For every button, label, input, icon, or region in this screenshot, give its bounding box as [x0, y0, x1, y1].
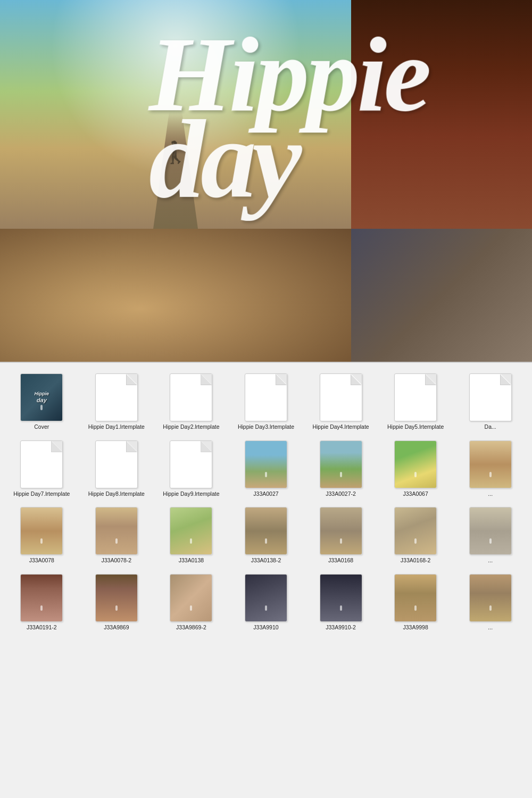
file-icon-img [245, 507, 287, 555]
thumb-inner [320, 575, 362, 621]
file-icon-img [95, 507, 138, 555]
file-label: J33A0078 [29, 557, 54, 564]
file-item-j33a9998[interactable]: J33A9998 [379, 571, 452, 634]
thumb-inner [21, 508, 62, 554]
file-icon-doc [469, 373, 512, 421]
file-label: J33A9910-2 [326, 624, 356, 631]
file-label: Hippie Day7.lrtemplate [13, 491, 70, 498]
file-icon-img [320, 440, 362, 488]
file-label: J33A0138-2 [251, 557, 281, 564]
file-item-j33a9869[interactable]: J33A9869 [80, 571, 153, 634]
file-item-j33a0067[interactable]: J33A0067 [379, 438, 452, 501]
file-item-j33a9910[interactable]: J33A9910 [230, 571, 303, 634]
file-item-j33a0078[interactable]: J33A0078 [5, 504, 78, 567]
file-label: J33A0067 [403, 491, 428, 498]
file-label: ... [488, 557, 493, 564]
file-label: J33A0168-2 [401, 557, 431, 564]
file-label: Hippie Day5.lrtemplate [387, 423, 444, 431]
file-icon-img [394, 507, 437, 555]
hero-cell-road [0, 0, 351, 229]
file-item-hippie-day9[interactable]: Hippie Day9.lrtemplate [155, 438, 228, 501]
file-label: Hippie Day3.lrtemplate [238, 423, 294, 431]
thumb-inner [320, 508, 362, 554]
file-icon-img [320, 574, 362, 622]
file-label: ... [488, 491, 493, 498]
file-icon-doc [20, 440, 63, 488]
file-icon-img [170, 507, 212, 555]
file-icon-img [394, 574, 437, 622]
file-item-hippie-day2[interactable]: Hippie Day2.lrtemplate [155, 371, 228, 434]
file-item-j33a0027[interactable]: J33A0027 [230, 438, 303, 501]
file-grid: HippiedayCoverHippie Day1.lrtemplateHipp… [5, 371, 527, 634]
file-label: Cover [34, 423, 49, 431]
file-item-j33a0078-2[interactable]: J33A0078-2 [80, 504, 153, 567]
file-item-j33a9869-2[interactable]: J33A9869-2 [155, 571, 228, 634]
thumb-inner [470, 508, 511, 554]
file-label: Da... [485, 423, 496, 431]
file-item-hippie-day3[interactable]: Hippie Day3.lrtemplate [230, 371, 303, 434]
thumb-inner [395, 508, 436, 554]
file-item-hippie-day7[interactable]: Hippie Day7.lrtemplate [5, 438, 78, 501]
thumb-inner [96, 575, 137, 621]
file-icon-img [469, 574, 512, 622]
file-icon-doc [320, 373, 362, 421]
thumb-inner [470, 575, 511, 621]
thumb-inner: Hippieday [21, 374, 62, 421]
hero-cell-portrait [351, 0, 532, 229]
file-icon-img [394, 440, 437, 488]
hero-cell-yarn [351, 229, 532, 362]
file-item-j33a0191-2[interactable]: J33A0191-2 [5, 571, 78, 634]
file-label: Hippie Day8.lrtemplate [88, 491, 145, 498]
file-icon-doc [245, 373, 287, 421]
file-item-j33a0168-2[interactable]: J33A0168-2 [379, 504, 452, 567]
file-item-j33a0067-2[interactable]: ... [454, 438, 527, 501]
thumb-inner [395, 575, 436, 621]
file-item-j33a0027-2[interactable]: J33A0027-2 [304, 438, 377, 501]
thumb-inner [245, 575, 287, 621]
thumb-inner [96, 508, 137, 554]
hero-cell-hand [0, 229, 351, 362]
file-label: J33A9869-2 [176, 624, 206, 631]
file-label: J33A0027-2 [326, 491, 356, 498]
file-label: J33A0078-2 [102, 557, 132, 564]
file-icon-img [469, 507, 512, 555]
file-item-hippie-day5[interactable]: Hippie Day5.lrtemplate [379, 371, 452, 434]
file-item-hippie-day4[interactable]: Hippie Day4.lrtemplate [304, 371, 377, 434]
thumb-inner [320, 441, 362, 488]
file-icon-img [469, 440, 512, 488]
file-item-j33a0138-2[interactable]: J33A0138-2 [230, 504, 303, 567]
file-icon-img [245, 574, 287, 622]
file-icon-img [20, 574, 63, 622]
file-item-cover[interactable]: HippiedayCover [5, 371, 78, 434]
thumb-inner [470, 441, 511, 488]
thumb-inner [170, 575, 212, 621]
file-item-j33a0138[interactable]: J33A0138 [155, 504, 228, 567]
file-item-hippie-day6[interactable]: Da... [454, 371, 527, 434]
file-item-j33a9999[interactable]: ... [454, 571, 527, 634]
file-icon-doc [394, 373, 437, 421]
thumb-inner [21, 575, 62, 621]
thumb-inner [170, 508, 212, 554]
file-label: J33A0191-2 [27, 624, 57, 631]
file-label: ... [488, 624, 493, 631]
thumb-inner [395, 441, 436, 488]
file-icon-doc [170, 373, 212, 421]
hero-banner: Hippie day [0, 0, 532, 362]
file-item-j33a0168[interactable]: J33A0168 [304, 504, 377, 567]
file-label: J33A0168 [328, 557, 353, 564]
file-icon-img [245, 440, 287, 488]
file-item-j33a9910-2[interactable]: J33A9910-2 [304, 571, 377, 634]
file-item-hippie-day1[interactable]: Hippie Day1.lrtemplate [80, 371, 153, 434]
file-icon-img: Hippieday [20, 373, 63, 421]
file-item-hippie-day8[interactable]: Hippie Day8.lrtemplate [80, 438, 153, 501]
file-icon-img [320, 507, 362, 555]
hero-grid [0, 0, 532, 362]
file-item-j33a0168-3[interactable]: ... [454, 504, 527, 567]
file-label: Hippie Day4.lrtemplate [312, 423, 369, 431]
file-label: J33A9998 [403, 624, 428, 631]
file-browser: HippiedayCoverHippie Day1.lrtemplateHipp… [0, 362, 532, 798]
file-icon-img [20, 507, 63, 555]
file-label: Hippie Day1.lrtemplate [88, 423, 145, 431]
file-label: J33A0027 [253, 491, 278, 498]
road-overlay [144, 112, 207, 229]
